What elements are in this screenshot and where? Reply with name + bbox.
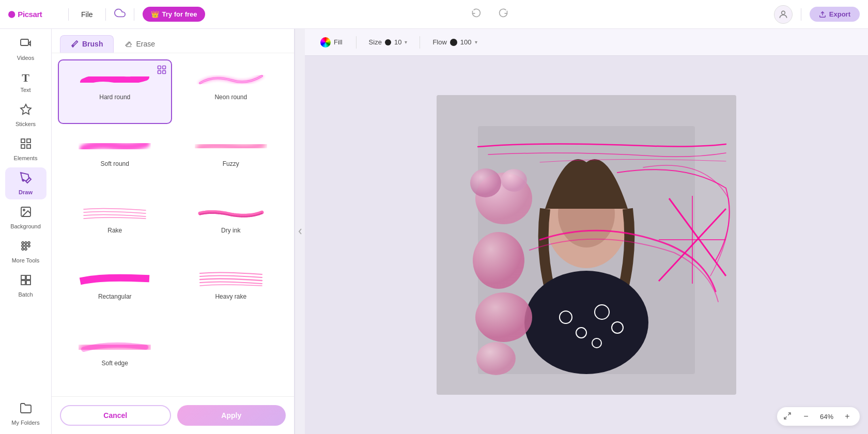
tab-erase[interactable]: Erase	[114, 35, 166, 53]
size-chevron-icon: ▾	[405, 39, 407, 45]
apply-button[interactable]: Apply	[177, 405, 286, 426]
svg-point-17	[22, 245, 24, 247]
sidebar-item-videos[interactable]: Videos	[5, 33, 47, 65]
sidebar-item-background[interactable]: Background	[5, 202, 47, 234]
sidebar-item-draw[interactable]: Draw	[5, 167, 47, 199]
brush-soft-round[interactable]: Soft round	[58, 126, 172, 191]
flow-value: 100	[460, 38, 472, 46]
divider-3	[134, 8, 134, 21]
app-logo[interactable]: Picsart	[8, 7, 60, 22]
try-free-button[interactable]: 👑 Try for free	[143, 7, 206, 22]
brush-soft-edge[interactable]: Soft edge	[58, 326, 172, 390]
svg-marker-6	[21, 104, 31, 114]
svg-rect-30	[158, 71, 161, 74]
flow-chevron-icon: ▾	[475, 39, 477, 45]
svg-point-21	[25, 248, 27, 250]
sidebar-label-my-folders: My Folders	[11, 420, 39, 426]
svg-rect-24	[21, 281, 25, 285]
brush-rectangular[interactable]: Rectangular	[58, 259, 172, 323]
export-button[interactable]: Export	[810, 7, 860, 22]
cancel-button[interactable]: Cancel	[60, 405, 171, 426]
size-control[interactable]: Size 10 ▾	[365, 36, 412, 48]
svg-point-43	[470, 168, 501, 197]
svg-point-20	[22, 248, 24, 250]
sidebar-item-elements[interactable]: Elements	[5, 133, 47, 165]
svg-point-18	[25, 245, 27, 247]
brush-label-dry-ink: Dry ink	[221, 227, 240, 234]
brush-options-icon[interactable]	[157, 65, 167, 77]
zoom-in-button[interactable]: +	[841, 410, 854, 423]
svg-rect-28	[158, 66, 161, 69]
sidebar-item-text[interactable]: T Text	[5, 67, 47, 97]
sidebar-label-more-tools: More Tools	[12, 257, 40, 264]
svg-point-13	[23, 209, 25, 211]
toolbar-sep-1	[356, 36, 357, 49]
fill-button[interactable]: Fill	[315, 35, 348, 50]
tab-brush[interactable]: Brush	[60, 35, 114, 53]
svg-point-14	[22, 242, 24, 244]
divider-4	[801, 8, 801, 21]
brush-label-hard-round: Hard round	[99, 94, 130, 101]
my-folders-icon	[20, 402, 32, 417]
brush-label-neon-round: Neon round	[214, 94, 247, 101]
brush-rake[interactable]: Rake	[58, 193, 172, 257]
sidebar-item-more-tools[interactable]: More Tools	[5, 236, 47, 268]
brush-heavy-rake[interactable]: Heavy rake	[174, 259, 288, 323]
batch-icon	[20, 274, 32, 289]
expand-button[interactable]	[783, 412, 792, 422]
zoom-level-display: 64%	[816, 413, 837, 421]
svg-line-52	[788, 413, 791, 415]
svg-line-53	[784, 416, 787, 419]
brush-neon-round[interactable]: Neon round	[174, 59, 288, 124]
svg-point-36	[524, 271, 648, 374]
brush-grid: Hard round Neon round	[52, 53, 294, 396]
brush-label-heavy-rake: Heavy rake	[215, 293, 246, 300]
brush-fuzzy[interactable]: Fuzzy	[174, 126, 288, 191]
sidebar-item-batch[interactable]: Batch	[5, 270, 47, 302]
videos-icon	[20, 37, 32, 53]
svg-point-47	[476, 342, 516, 375]
fill-color-icon	[320, 37, 331, 48]
topbar: Picsart File 👑 Try for free	[0, 0, 868, 29]
undo-button[interactable]	[467, 6, 486, 23]
file-menu[interactable]: File	[77, 8, 97, 21]
svg-rect-31	[162, 71, 165, 74]
sidebar-item-stickers[interactable]: Stickers	[5, 99, 47, 131]
cloud-sync-icon[interactable]	[114, 7, 126, 21]
sidebar-label-background: Background	[10, 223, 41, 229]
brush-label-fuzzy: Fuzzy	[223, 160, 239, 167]
svg-point-0	[8, 11, 15, 18]
flow-control[interactable]: Flow 100 ▾	[428, 36, 481, 48]
size-value: 10	[394, 38, 401, 46]
toolbar-bar: Fill Size 10 ▾ Flow 100 ▾	[305, 29, 868, 56]
brush-hard-round[interactable]: Hard round	[58, 59, 172, 124]
zoom-out-button[interactable]: −	[800, 410, 812, 423]
draw-icon	[20, 172, 32, 187]
more-tools-icon	[20, 240, 32, 255]
flow-label: Flow	[432, 38, 446, 46]
sidebar-label-batch: Batch	[18, 291, 33, 298]
brush-tabs: Brush Erase	[52, 29, 294, 53]
sidebar-item-my-folders[interactable]: My Folders	[5, 398, 47, 430]
elements-icon	[20, 137, 32, 153]
svg-rect-29	[162, 66, 165, 69]
user-avatar[interactable]	[774, 5, 793, 24]
svg-point-16	[28, 242, 30, 244]
canvas-image[interactable]	[437, 95, 736, 395]
svg-point-26	[72, 45, 74, 47]
sidebar-label-draw: Draw	[19, 189, 33, 195]
divider-1	[68, 8, 69, 21]
svg-point-46	[475, 292, 532, 342]
collapse-panel-handle[interactable]	[295, 29, 305, 434]
topbar-center	[211, 6, 767, 23]
canvas-area: Fill Size 10 ▾ Flow 100 ▾	[305, 29, 868, 434]
brush-dry-ink[interactable]: Dry ink	[174, 193, 288, 257]
left-sidebar: Videos T Text Stickers Elements	[0, 29, 52, 434]
brush-label-rake: Rake	[107, 227, 122, 234]
brush-actions: Cancel Apply	[52, 396, 294, 434]
size-indicator	[385, 39, 391, 45]
redo-button[interactable]	[494, 6, 513, 23]
canvas-viewport[interactable]: − 64% +	[305, 56, 868, 434]
brush-label-soft-round: Soft round	[101, 160, 129, 167]
svg-point-15	[25, 242, 27, 244]
